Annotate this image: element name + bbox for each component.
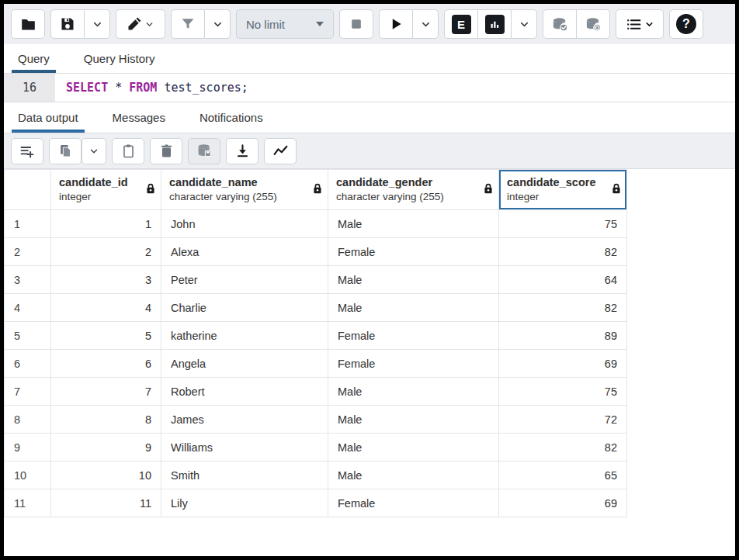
data-cell[interactable]: 6 bbox=[51, 350, 161, 378]
data-cell[interactable]: katherine bbox=[161, 322, 328, 350]
data-cell[interactable]: 64 bbox=[499, 266, 627, 294]
column-header[interactable]: candidate_name character varying (255) bbox=[161, 170, 328, 210]
sql-code-line[interactable]: SELECT * FROM test_scores; bbox=[55, 74, 248, 102]
data-cell[interactable]: 82 bbox=[499, 238, 627, 266]
data-cell[interactable]: 72 bbox=[499, 406, 627, 434]
data-cell[interactable]: Male bbox=[328, 378, 499, 406]
data-cell[interactable]: Robert bbox=[161, 378, 328, 406]
copy-dropdown-button[interactable] bbox=[82, 138, 106, 164]
data-cell[interactable]: Female bbox=[328, 489, 499, 517]
save-button[interactable] bbox=[50, 9, 85, 39]
row-number-cell[interactable]: 11 bbox=[5, 489, 51, 517]
cancel-query-button[interactable] bbox=[339, 9, 373, 39]
row-number-cell[interactable]: 5 bbox=[5, 322, 51, 350]
chevron-down-icon bbox=[644, 19, 654, 29]
save-data-changes-button[interactable] bbox=[188, 138, 220, 164]
data-cell[interactable]: Peter bbox=[161, 266, 328, 294]
data-cell[interactable]: 1 bbox=[51, 210, 161, 238]
tab-messages[interactable]: Messages bbox=[109, 102, 168, 133]
data-cell[interactable]: 82 bbox=[499, 434, 627, 461]
help-button[interactable]: ? bbox=[669, 9, 703, 39]
open-file-button[interactable] bbox=[11, 9, 45, 39]
row-number-cell[interactable]: 7 bbox=[5, 378, 51, 406]
tab-data-output[interactable]: Data output bbox=[15, 102, 82, 133]
tab-notifications[interactable]: Notifications bbox=[196, 102, 266, 133]
data-cell[interactable]: 75 bbox=[499, 378, 627, 406]
data-cell[interactable]: Alexa bbox=[161, 238, 328, 266]
data-cell[interactable]: 9 bbox=[51, 434, 161, 461]
query-tool-window: No limit E bbox=[4, 4, 735, 556]
explain-analyze-button[interactable] bbox=[477, 9, 512, 39]
chevron-down-icon bbox=[88, 146, 99, 157]
delete-button[interactable] bbox=[150, 138, 182, 164]
data-cell[interactable]: 2 bbox=[51, 238, 161, 266]
download-button[interactable] bbox=[226, 138, 258, 164]
filter-dropdown-button[interactable] bbox=[204, 9, 231, 39]
data-cell[interactable]: 89 bbox=[499, 322, 627, 350]
data-cell[interactable]: Angela bbox=[161, 350, 328, 378]
explain-dropdown-button[interactable] bbox=[511, 9, 537, 39]
data-cell[interactable]: 69 bbox=[499, 489, 627, 517]
data-cell[interactable]: 4 bbox=[51, 294, 161, 322]
data-cell[interactable]: Male bbox=[328, 294, 499, 322]
data-grid: candidate_id integer candidate_name char… bbox=[4, 169, 735, 556]
data-cell[interactable]: Williams bbox=[161, 434, 328, 461]
data-cell[interactable]: 69 bbox=[499, 350, 627, 378]
data-cell[interactable]: 5 bbox=[51, 322, 161, 350]
data-cell[interactable]: Charlie bbox=[161, 294, 328, 322]
graph-visualiser-button[interactable] bbox=[264, 138, 297, 164]
table-row: 66AngelaFemale69 bbox=[5, 350, 627, 378]
data-cell[interactable]: 82 bbox=[499, 294, 627, 322]
tab-query-history[interactable]: Query History bbox=[81, 44, 158, 73]
data-cell[interactable]: Male bbox=[328, 406, 499, 434]
execute-dropdown-button[interactable] bbox=[412, 9, 439, 39]
data-cell[interactable]: 3 bbox=[51, 266, 161, 294]
column-header[interactable]: candidate_score integer bbox=[499, 170, 627, 210]
row-number-cell[interactable]: 8 bbox=[5, 406, 51, 434]
row-number-cell[interactable]: 6 bbox=[5, 350, 51, 378]
execute-button[interactable] bbox=[379, 9, 413, 39]
data-cell[interactable]: 8 bbox=[51, 406, 161, 434]
save-dropdown-button[interactable] bbox=[84, 9, 110, 39]
tab-query[interactable]: Query bbox=[15, 44, 53, 73]
column-header[interactable]: candidate_id integer bbox=[51, 170, 161, 210]
row-number-cell[interactable]: 3 bbox=[5, 266, 51, 294]
paste-button[interactable] bbox=[112, 138, 144, 164]
data-cell[interactable]: 11 bbox=[51, 489, 161, 517]
sql-editor[interactable]: 16 SELECT * FROM test_scores; bbox=[4, 74, 735, 102]
data-cell[interactable]: Male bbox=[328, 266, 499, 294]
copy-button[interactable] bbox=[49, 138, 82, 164]
data-cell[interactable]: Lily bbox=[161, 489, 328, 517]
data-cell[interactable]: Female bbox=[328, 238, 499, 266]
data-cell[interactable]: 65 bbox=[499, 461, 627, 489]
data-cell[interactable]: Male bbox=[328, 210, 499, 238]
data-cell[interactable]: James bbox=[161, 406, 328, 434]
row-number-header[interactable] bbox=[5, 170, 51, 210]
data-cell[interactable]: Smith bbox=[161, 461, 328, 489]
data-cell[interactable]: John bbox=[161, 210, 328, 238]
data-cell[interactable]: Male bbox=[328, 461, 499, 489]
filter-button[interactable] bbox=[171, 9, 205, 39]
row-number-cell[interactable]: 10 bbox=[5, 461, 51, 489]
data-cell[interactable]: 10 bbox=[51, 461, 161, 489]
add-row-button[interactable] bbox=[11, 138, 43, 164]
data-cell[interactable]: Female bbox=[328, 350, 499, 378]
data-cell[interactable]: 7 bbox=[51, 378, 161, 406]
explain-button[interactable]: E bbox=[444, 9, 478, 39]
data-cell[interactable]: 75 bbox=[499, 210, 627, 238]
row-number-cell[interactable]: 4 bbox=[5, 294, 51, 322]
data-cell[interactable]: Male bbox=[328, 434, 499, 461]
data-cell[interactable]: Female bbox=[328, 322, 499, 350]
screenshot-frame: No limit E bbox=[0, 0, 739, 560]
row-number-cell[interactable]: 9 bbox=[5, 434, 51, 461]
row-limit-select[interactable]: No limit bbox=[236, 9, 334, 39]
column-name: candidate_gender bbox=[336, 175, 478, 190]
chevron-down-icon bbox=[212, 19, 224, 30]
column-header[interactable]: candidate_gender character varying (255) bbox=[328, 170, 499, 210]
rollback-button[interactable] bbox=[576, 9, 610, 39]
edit-dropdown-button[interactable] bbox=[116, 9, 165, 39]
row-number-cell[interactable]: 1 bbox=[5, 210, 51, 238]
commit-button[interactable] bbox=[543, 9, 577, 39]
row-number-cell[interactable]: 2 bbox=[5, 238, 51, 266]
macros-button[interactable] bbox=[616, 9, 664, 39]
